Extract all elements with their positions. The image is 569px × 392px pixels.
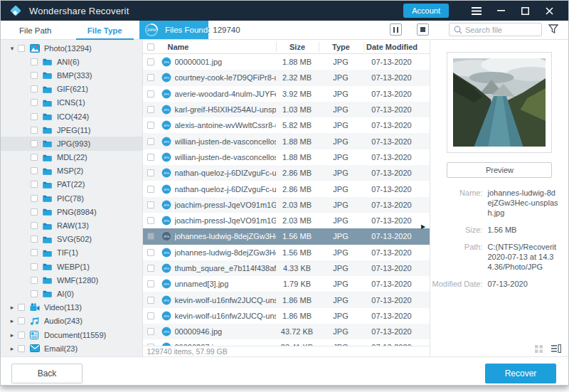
row-checkbox[interactable] [147,201,154,208]
checkbox[interactable] [18,332,25,339]
checkbox[interactable] [31,222,38,229]
row-checkbox[interactable] [147,312,154,319]
row-checkbox[interactable] [147,328,154,335]
table-row[interactable]: JPG 00000207.jpg 23.41 KB JPG 07-13-2020 [143,339,430,346]
checkbox[interactable] [31,140,38,147]
hamburger-menu-icon[interactable] [467,2,486,19]
row-checkbox[interactable] [147,90,154,97]
table-row[interactable]: JPG courtney-cook-le7D9QFiPr8-unsplas...… [143,70,430,85]
grid-view-icon[interactable] [535,344,543,355]
table-row[interactable]: JPG alexis-antoine-wvWwltCssr8-unsplas..… [143,117,430,133]
row-checkbox[interactable] [147,280,154,287]
row-checkbox[interactable] [147,217,154,224]
table-row[interactable]: JPG johannes-ludwig-8dejZGw3Hec-unsp... … [143,245,430,260]
sidebar-item-jpg-993[interactable]: JPG(993) [1,137,142,150]
list-view-icon[interactable] [551,344,561,355]
row-checkbox[interactable] [147,122,154,129]
preview-thumbnail[interactable] [447,52,552,153]
sidebar-item-pic-78[interactable]: PIC(78) [1,191,142,205]
table-row[interactable]: JPG willian-justen-de-vasconcellos-6SGa.… [143,133,430,149]
column-name[interactable]: Name [168,43,189,51]
row-checkbox[interactable] [147,249,154,256]
checkbox[interactable] [31,154,38,161]
checkbox[interactable] [31,290,38,297]
checkbox[interactable] [18,45,25,52]
checkbox[interactable] [31,181,38,188]
row-checkbox[interactable] [147,138,154,145]
checkbox[interactable] [31,167,38,174]
checkbox[interactable] [31,58,38,65]
expander-icon[interactable]: ▾ [6,45,18,52]
sidebar-item-png-8984[interactable]: PNG(8984) [1,205,142,218]
panel-expand-icon[interactable]: ▶ [421,223,425,230]
sidebar-item-tif-1[interactable]: TIF(1) [1,246,142,260]
sidebar-item-video-113[interactable]: ▸ Video(113) [1,301,142,314]
row-checkbox[interactable] [147,169,154,176]
sidebar-item-photo-13294[interactable]: ▾ Photo(13294) [1,41,142,55]
checkbox[interactable] [31,208,38,216]
table-row[interactable]: JPG 00000946.jpg 43.72 KB JPG 07-13-2020 [143,324,430,339]
sidebar-item-icns-1[interactable]: ICNS(1) [1,96,142,110]
tab-file-path[interactable]: File Path [1,21,70,40]
table-row[interactable]: JPG 00000001.jpg 1.88 MB JPG 07-13-2020 [143,54,430,70]
column-type[interactable]: Type [319,42,363,52]
row-checkbox[interactable] [147,265,154,272]
sidebar-item-gif-621[interactable]: GIF(621) [1,83,142,96]
row-checkbox[interactable] [147,186,154,193]
sidebar-item-ani-6[interactable]: ANI(6) [1,55,142,68]
select-all-checkbox[interactable] [147,43,154,51]
row-checkbox[interactable] [147,233,154,240]
sidebar-item-webp-1[interactable]: WEBP(1) [1,260,142,273]
sidebar-item-audio-243[interactable]: ▸ Audio(243) [1,314,142,328]
recover-button[interactable]: Recover [485,364,556,383]
row-checkbox[interactable] [147,154,154,161]
expander-icon[interactable]: ▸ [6,345,18,352]
checkbox[interactable] [31,85,38,92]
sidebar-item-email-23[interactable]: ▸ Email(23) [1,341,142,355]
sidebar-item-mdl-22[interactable]: MDL(22) [1,151,142,164]
checkbox[interactable] [31,113,38,120]
checkbox[interactable] [18,317,25,324]
sidebar-item-ai-0[interactable]: AI(0) [1,287,142,300]
preview-button[interactable]: Preview [447,162,552,178]
table-row[interactable]: JPG joachim-pressl-JqeVO91m1Go-unspl... … [143,197,430,213]
search-input[interactable] [465,26,541,34]
sidebar-item-document-11559[interactable]: ▸ Document(11559) [1,328,142,341]
sidebar-item-svg-502[interactable]: SVG(502) [1,233,142,246]
table-row[interactable]: JPG johannes-ludwig-8dejZGw3Hec-unsp... … [143,228,430,244]
row-checkbox[interactable] [147,106,154,113]
table-row[interactable]: JPG nathan-queloz-j-6DIZvguFc-unsplash..… [143,165,430,181]
table-row[interactable]: JPG nathan-queloz-j-6DIZvguFc-unsplash..… [143,181,430,196]
sidebar-item-jpeg-11[interactable]: JPEG(11) [1,123,142,137]
pause-scan-button[interactable] [390,23,402,36]
checkbox[interactable] [18,345,25,352]
checkbox[interactable] [18,304,25,311]
table-row[interactable]: JPG karl-greif-H5IXIH254AU-unsplash.jpg … [143,102,430,117]
sidebar-item-ico-424[interactable]: ICO(424) [1,110,142,123]
checkbox[interactable] [31,99,38,106]
maximize-icon[interactable] [516,2,534,19]
sidebar-item-bmp-333[interactable]: BMP(333) [1,68,142,82]
close-icon[interactable] [540,2,558,19]
table-row[interactable]: JPG willian-justen-de-vasconcellos-6SGa.… [143,149,430,165]
sidebar-item-pat-22[interactable]: PAT(22) [1,178,142,191]
tab-file-type[interactable]: File Type [70,21,140,40]
table-row[interactable]: JPG kevin-wolf-u16nfw2JUCQ-unsplash.jpg … [143,292,430,307]
table-row[interactable]: JPG averie-woodard-4nulm-JUYFo-unspla...… [143,86,430,102]
checkbox[interactable] [31,195,38,202]
table-row[interactable]: JPG thumb_square_e7b114f438afdd40e0... 4… [143,260,430,276]
checkbox[interactable] [31,277,38,284]
sidebar-item-wmf-1280[interactable]: WMF(1280) [1,273,142,287]
expander-icon[interactable]: ▸ [6,317,18,324]
row-checkbox[interactable] [147,74,154,81]
row-checkbox[interactable] [147,58,154,65]
expander-icon[interactable]: ▸ [6,332,18,339]
sidebar-item-msp-2[interactable]: MSP(2) [1,164,142,178]
expander-icon[interactable]: ▸ [6,304,18,311]
table-row[interactable]: JPG unnamed[3].jpg 1.79 KB JPG 07-13-202… [143,276,430,292]
checkbox[interactable] [31,72,38,79]
column-size[interactable]: Size [276,42,319,52]
sidebar-item-raw-13[interactable]: RAW(13) [1,218,142,232]
column-date-modified[interactable]: Date Modified [363,42,420,52]
stop-scan-button[interactable] [417,23,429,36]
